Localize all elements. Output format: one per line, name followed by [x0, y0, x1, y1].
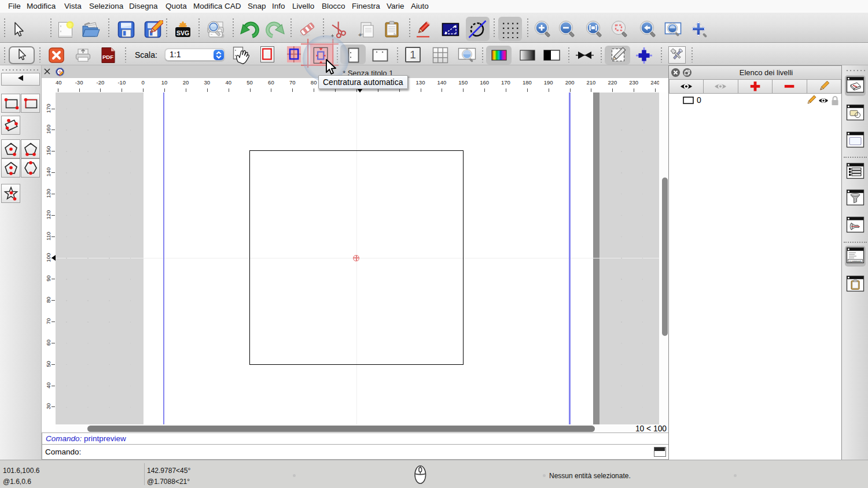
svg-text:<_command: <_command [849, 260, 860, 263]
svg-text:SVG: SVG [176, 29, 189, 36]
svg-text:+: + [358, 31, 362, 38]
svg-text:PDF: PDF [102, 54, 113, 60]
